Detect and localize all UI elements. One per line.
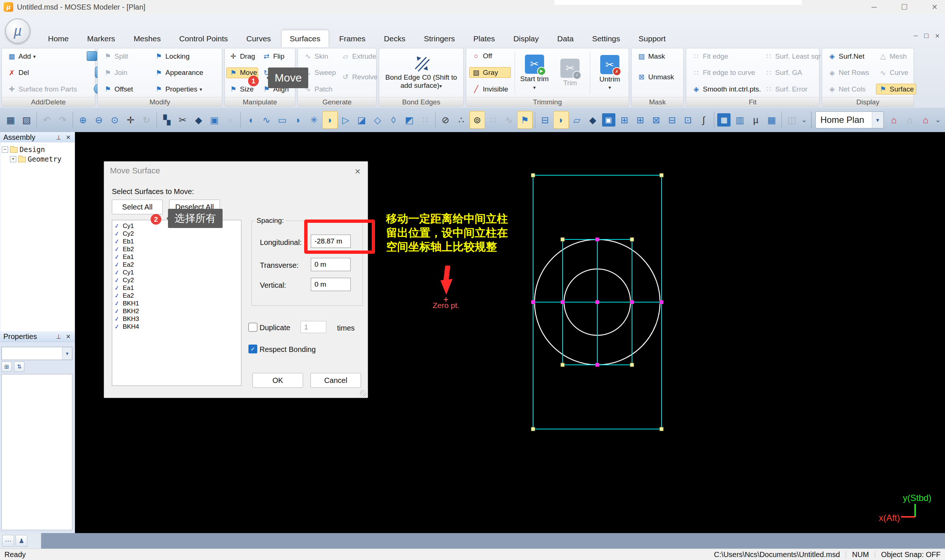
points-origin-icon[interactable]: ⊚ [470, 111, 485, 129]
pan-icon[interactable]: ✛ [123, 111, 139, 129]
surf-error-button[interactable]: ∷Surf. Error [762, 84, 823, 94]
surface-list-item[interactable]: ✓ Cy2 [114, 230, 241, 238]
toolbar-overflow-2-icon[interactable]: ⌄ [934, 116, 942, 124]
flip-button[interactable]: ⇄Flip [259, 51, 296, 62]
doc-minimize-button[interactable]: ─ [914, 32, 918, 40]
surface-profile-icon[interactable]: ◗ [322, 111, 338, 129]
drag-button[interactable]: ✛Drag [226, 51, 258, 62]
shield-small-icon[interactable]: ◆ [585, 111, 601, 129]
surface-display-button[interactable]: ⚑Surface [876, 84, 916, 94]
fit-points-icon[interactable]: ✳ [307, 111, 322, 129]
save-icon[interactable]: ▦ [3, 111, 18, 129]
mesh-display-button[interactable]: △Mesh [876, 51, 916, 62]
surface-list-item[interactable]: ✓ Cy2 [114, 276, 241, 284]
trim-gray-button[interactable]: ▨Gray [469, 67, 511, 78]
surface-fold-icon[interactable]: ◩ [402, 111, 417, 129]
tab-home[interactable]: Home [40, 30, 77, 47]
link-3d-icon[interactable]: ◫ [784, 111, 800, 129]
add-button[interactable]: ▦Add▾ [5, 51, 79, 62]
undo-icon[interactable]: ↶ [39, 111, 55, 129]
net-cols-button[interactable]: ◈Net Cols [825, 84, 869, 94]
net-rows-button[interactable]: ◈Net Rows [825, 68, 869, 78]
split-button[interactable]: ⚑Split [101, 51, 148, 62]
zoom-out-icon[interactable]: ⊖ [91, 111, 107, 129]
tab-frames[interactable]: Frames [331, 30, 373, 47]
expand-icon[interactable]: + [10, 156, 16, 162]
surface-list[interactable]: ✓ Cy1 ✓ Cy2 ✓ Eb1 ✓ Eb2 [112, 220, 241, 386]
table-shield-icon[interactable]: ▥ [732, 111, 748, 129]
respect-bonding-checkbox[interactable]: ✓ [248, 345, 257, 354]
mask-button[interactable]: ▨Mask [635, 51, 680, 62]
dome-view-icon[interactable]: ◗ [553, 111, 569, 129]
toolbar-overflow-icon[interactable]: ⌄ [800, 116, 808, 124]
surface-list-item[interactable]: ✓ BKH3 [114, 315, 241, 323]
surface-profile-2-icon[interactable]: ▷ [338, 111, 354, 129]
pin-icon[interactable]: ⊥ [55, 134, 62, 141]
close-icon[interactable]: ✕ [65, 333, 72, 340]
zoom-in-icon[interactable]: ⊕ [75, 111, 91, 129]
mesh-diamond-icon[interactable]: ◇ [370, 111, 385, 129]
grid-dim-icon[interactable]: ⊠ [649, 111, 664, 129]
vertical-input[interactable]: 0 m [311, 278, 351, 291]
trim-off-button[interactable]: ○Off [469, 51, 511, 61]
tree-node-geometry[interactable]: + Geometry [2, 154, 73, 164]
duplicate-checkbox[interactable] [248, 323, 257, 332]
locking-button[interactable]: ⚑Locking [152, 51, 219, 62]
surface-list-item[interactable]: ✓ Eb2 [114, 245, 241, 253]
surface-list-item[interactable]: ✓ Ea2 [114, 261, 241, 269]
redo-icon[interactable]: ↷ [55, 111, 71, 129]
unmask-button[interactable]: ⊠Unmask [635, 72, 680, 82]
pin-icon[interactable]: ⊥ [55, 333, 62, 340]
more-tools-button[interactable]: ⋯ [2, 535, 14, 547]
net-off-icon[interactable]: ∷ [486, 111, 501, 129]
close-icon[interactable]: ✕ [65, 134, 72, 141]
tab-surfaces[interactable]: Surfaces [281, 30, 329, 47]
surface-list-item[interactable]: ✓ Cy1 [114, 269, 241, 276]
cube-primitive-icon[interactable] [87, 51, 97, 61]
duplicate-count-input[interactable]: 1 [301, 321, 326, 333]
fit-edge-to-curve-button[interactable]: ∷Fit edge to curve [689, 68, 758, 78]
panel-pin-icon[interactable]: ▣ [602, 113, 615, 126]
grid-spline-icon[interactable]: ⊞ [633, 111, 648, 129]
curve-points-icon[interactable]: ∿ [501, 111, 517, 129]
zoom-extents-icon[interactable]: ⊙ [107, 111, 123, 129]
grid-wave-icon[interactable]: ⊟ [664, 111, 680, 129]
clip-box-icon[interactable]: ▫ [223, 111, 238, 129]
net-view-icon[interactable]: ∷ [418, 111, 433, 129]
smooth-ctrl-pts-button[interactable]: ◈Smooth int.ctrl.pts. [689, 84, 758, 94]
table-report-icon[interactable]: µ [748, 111, 763, 129]
skin-button[interactable]: ∿Skin [301, 51, 335, 62]
maximize-button[interactable]: ☐ [898, 3, 911, 11]
tab-control-points[interactable]: Control Points [171, 30, 236, 47]
curve-blade-icon[interactable]: ◊ [386, 111, 401, 129]
untrim-button[interactable]: ✂✗ Untrim ▾ [594, 55, 626, 91]
curve-display-button[interactable]: ∿Curve [876, 68, 916, 78]
grid-points-icon[interactable]: ⊞ [617, 111, 632, 129]
points-add-icon[interactable]: ∴ [454, 111, 469, 129]
surface-list-item[interactable]: ✓ Ea1 [114, 284, 241, 292]
surface-list-item[interactable]: ✓ BKH1 [114, 300, 241, 307]
tab-plates[interactable]: Plates [465, 30, 503, 47]
tree-node-design[interactable]: − Design [2, 145, 73, 154]
tab-meshes[interactable]: Meshes [125, 30, 169, 47]
plate-flat-icon[interactable]: ▱ [569, 111, 585, 129]
doc-close-button[interactable]: ✕ [935, 32, 940, 40]
plot-curve-icon[interactable]: ∫ [696, 111, 712, 129]
fit-edge-button[interactable]: ∷Fit edge [689, 51, 758, 62]
flag-origin-icon[interactable]: ⚑ [517, 111, 533, 129]
chevron-down-icon[interactable]: ▾ [62, 347, 72, 360]
ok-button[interactable]: OK [253, 373, 303, 388]
points-null-icon[interactable]: ⊘ [438, 111, 453, 129]
properties-object-select[interactable]: ▾ [2, 347, 72, 360]
tab-stringers[interactable]: Stringers [416, 30, 463, 47]
trim-invisible-button[interactable]: ╱Invisible [469, 84, 511, 94]
resize-grip[interactable] [360, 390, 367, 397]
extrude-button[interactable]: ▱Extrude [339, 51, 380, 62]
tab-display[interactable]: Display [506, 30, 547, 47]
collapse-icon[interactable]: − [2, 146, 8, 153]
control-points-icon[interactable]: ✂ [175, 111, 191, 129]
start-trim-button[interactable]: ✂▶ Start trim ▾ [519, 55, 550, 91]
tab-settings[interactable]: Settings [584, 30, 628, 47]
home-add-icon[interactable]: ⌂ [886, 111, 902, 129]
shield-icon[interactable]: ◆ [191, 111, 207, 129]
